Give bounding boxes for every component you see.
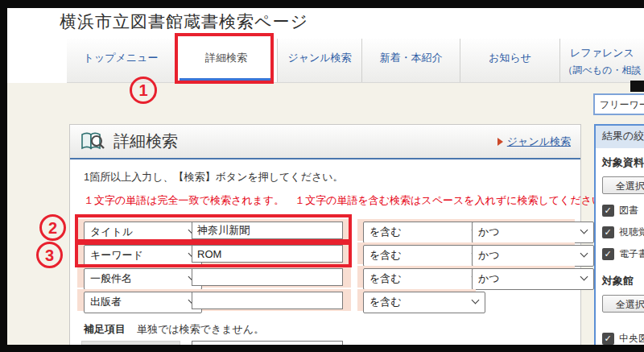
checkbox-item-av[interactable]: 視聴覚 — [602, 226, 644, 239]
instruction-text: 1箇所以上入力し、【検索】ボタンを押してください。 — [84, 170, 344, 184]
arrow-right-icon — [497, 138, 503, 146]
supplement-text: 単独では検索できません。 — [137, 323, 264, 335]
chevron-down-icon — [472, 296, 480, 304]
tab-label: 詳細検索 — [205, 52, 247, 64]
main-nav: トップメニュー 詳細検索 ジャンル検索 新着・本紹介 お知らせ レファレンス （… — [67, 39, 644, 83]
genre-link-wrap: ジャンル検索 — [497, 135, 571, 149]
chevron-down-icon — [580, 273, 588, 281]
active-tab-underline — [180, 78, 273, 82]
checkbox-item-ebook[interactable]: 電子書 — [602, 247, 644, 261]
select-value: かつ — [478, 249, 500, 261]
annotation-circle-3: 3 — [36, 242, 63, 268]
group-label-material: 対象資料 — [602, 155, 644, 170]
frame-top — [0, 0, 644, 8]
warning-text: １文字の単語は完全一致で検索されます。 １文字の単語を含む検索はスペースを入れず… — [84, 193, 613, 208]
select-value: 一般件名 — [90, 272, 132, 284]
checkbox-checked-icon[interactable] — [602, 333, 614, 345]
search-row-publisher: 出版者 を含む — [70, 289, 580, 312]
search-row-subject: 一般件名 を含む かつ — [70, 266, 580, 288]
match-select[interactable]: を含む — [363, 222, 485, 243]
tab-label: 新着・本紹介 — [380, 52, 443, 64]
select-value: キーワード — [90, 249, 143, 261]
chevron-down-icon — [580, 250, 588, 258]
freeword-search-box[interactable]: フリーワー — [593, 93, 644, 115]
chevron-down-icon — [580, 226, 588, 234]
group-label-library: 対象館 — [602, 274, 644, 288]
result-filter-sidebar: 結果の絞 対象資料 全選択 図書 視聴覚 電子書 対象館 全選択 中央図 神奈川 — [594, 124, 644, 352]
sidebar-header: 結果の絞 — [596, 126, 644, 148]
tab-label: お知らせ — [489, 52, 531, 64]
checkbox-label: 電子書 — [619, 247, 644, 261]
tab-reference[interactable]: レファレンス （調べもの・相談 — [560, 39, 644, 82]
field-select-keyword[interactable]: キーワード — [84, 245, 202, 267]
search-input-keyword[interactable] — [192, 245, 343, 263]
supplement-label: 補足項目 — [84, 323, 126, 335]
match-select[interactable]: を含む — [363, 268, 485, 290]
select-value: を含む — [369, 296, 402, 308]
field-select-subject[interactable]: 一般件名 — [84, 268, 202, 290]
checkbox-label: 視聴覚 — [619, 226, 644, 239]
panel-header: 詳細検索 ジャンル検索 — [70, 125, 580, 159]
site-title: 横浜市立図書館蔵書検索ページ — [60, 10, 308, 33]
tab-sublabel: （調べもの・相談 — [560, 64, 644, 77]
search-input-title[interactable] — [192, 222, 343, 239]
checkbox-label: 中央図 — [619, 332, 644, 346]
field-select-publisher[interactable]: 出版者 — [84, 292, 202, 313]
select-value: かつ — [478, 226, 500, 238]
frame-left — [0, 0, 7, 352]
book-search-icon — [80, 132, 106, 151]
match-select[interactable]: を含む — [363, 245, 485, 267]
search-row-keyword: キーワード を含む かつ — [70, 242, 580, 265]
select-value: を含む — [369, 272, 402, 284]
logic-select[interactable]: かつ — [472, 245, 594, 267]
field-select-title[interactable]: タイトル — [84, 222, 202, 243]
tab-label: トップメニュー — [84, 52, 159, 64]
annotation-circle-2: 2 — [39, 214, 66, 241]
checkbox-label: 図書 — [619, 204, 638, 217]
search-input-subject[interactable] — [192, 268, 343, 286]
checkbox-checked-icon[interactable] — [602, 205, 614, 217]
select-value: を含む — [369, 226, 402, 238]
select-all-button[interactable]: 全選択 — [602, 176, 644, 194]
search-input-publisher[interactable] — [192, 292, 343, 309]
checkbox-item-books[interactable]: 図書 — [602, 204, 644, 217]
tab-news[interactable]: お知らせ — [460, 39, 560, 82]
tab-label: レファレンス — [570, 47, 634, 59]
tab-label: ジャンル検索 — [287, 52, 351, 64]
detail-search-panel: 詳細検索 ジャンル検索 1箇所以上入力し、【検索】ボタンを押してください。 １文… — [69, 124, 581, 352]
select-value: タイトル — [90, 226, 133, 238]
checkbox-item-central[interactable]: 中央図 — [602, 332, 644, 346]
panel-title: 詳細検索 — [114, 130, 178, 152]
checkbox-checked-icon[interactable] — [602, 226, 614, 238]
clipped-dark-element — [630, 81, 644, 92]
frame-bottom — [0, 345, 644, 352]
genre-search-link[interactable]: ジャンル検索 — [507, 135, 571, 149]
checkbox-checked-icon[interactable] — [602, 248, 614, 260]
supplement-note: 補足項目単独では検索できません。 — [84, 322, 264, 337]
match-select[interactable]: を含む — [363, 292, 485, 313]
logic-select[interactable]: かつ — [472, 268, 594, 290]
tab-new-arrivals[interactable]: 新着・本紹介 — [362, 39, 460, 82]
select-value: かつ — [478, 272, 500, 284]
logic-select[interactable]: かつ — [472, 222, 594, 243]
select-value: 出版者 — [90, 296, 122, 308]
select-value: を含む — [369, 249, 402, 261]
tab-genre-search[interactable]: ジャンル検索 — [278, 39, 362, 82]
search-row-title: タイトル を含む かつ — [70, 219, 580, 242]
tab-top-menu[interactable]: トップメニュー — [67, 39, 175, 82]
tab-detail-search[interactable]: 詳細検索 — [175, 39, 278, 82]
select-all-button[interactable]: 全選択 — [602, 295, 644, 313]
